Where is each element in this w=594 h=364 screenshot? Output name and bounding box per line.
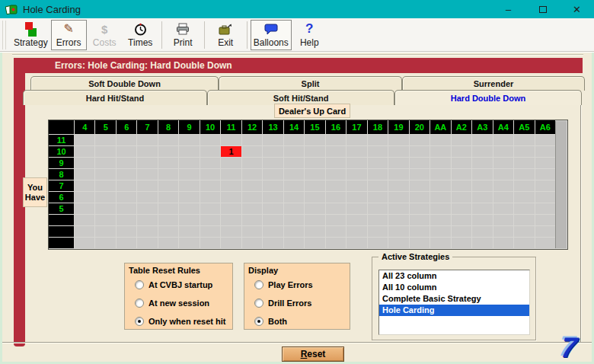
grid-cell xyxy=(95,180,115,191)
error-count-cell: 1 xyxy=(221,146,241,157)
tab-row-back: Soft Double Down Split Surrender xyxy=(30,76,585,91)
grid-cell xyxy=(452,238,471,248)
grid-cell xyxy=(200,180,220,191)
grid-gutter xyxy=(555,121,567,248)
dealer-card-column-header: A3 xyxy=(472,120,492,134)
grid-cell xyxy=(452,135,471,145)
tab-surrender[interactable]: Surrender xyxy=(402,76,585,91)
strategy-list-item[interactable]: Hole Carding xyxy=(379,305,529,316)
print-button[interactable]: Print xyxy=(165,20,201,50)
grid-cell xyxy=(346,158,366,168)
grid-cell xyxy=(368,180,388,191)
dealer-card-column-header: 7 xyxy=(137,120,157,134)
tab-soft-hit-stand[interactable]: Soft Hit/Stand xyxy=(207,90,394,105)
grid-cell xyxy=(75,203,94,214)
radio-option[interactable]: Play Errors xyxy=(254,279,350,289)
grid-cell xyxy=(242,169,262,180)
help-button[interactable]: ? Help xyxy=(292,20,327,50)
grid-cell xyxy=(117,146,136,157)
grid-cell xyxy=(221,135,241,145)
radio-option[interactable]: At new session xyxy=(135,298,232,308)
grid-cell xyxy=(430,180,450,191)
radio-option[interactable]: Both xyxy=(254,316,350,326)
grid-cell xyxy=(221,169,241,180)
strategy-list-item[interactable]: All 23 column xyxy=(379,270,529,282)
tab-split[interactable]: Split xyxy=(219,76,402,91)
grid-cell xyxy=(95,135,115,145)
radio-label: At CVBJ startup xyxy=(148,280,212,289)
grid-cell xyxy=(221,203,241,214)
reset-button[interactable]: Reset xyxy=(282,346,344,362)
radio-icon xyxy=(135,317,144,326)
tab-hard-double-down[interactable]: Hard Double Down xyxy=(394,90,582,105)
active-strategies-title: Active Strategies xyxy=(378,252,452,261)
minimize-button[interactable]: – xyxy=(491,0,525,18)
grid-cell xyxy=(158,215,178,225)
grid-cell xyxy=(493,146,513,157)
you-have-line2: Have xyxy=(25,193,45,203)
grid-cell xyxy=(179,203,199,214)
grid-cell xyxy=(284,215,304,225)
radio-option[interactable]: Drill Errors xyxy=(254,298,350,308)
grid-cell xyxy=(493,158,513,168)
maximize-button[interactable] xyxy=(525,0,560,18)
exit-icon xyxy=(219,22,232,37)
exit-button[interactable]: Exit xyxy=(208,20,244,50)
grid-cell xyxy=(221,226,241,237)
strategy-list-item[interactable]: Complete Basic Strategy xyxy=(379,293,529,305)
grid-cell xyxy=(200,203,220,214)
grid-cell xyxy=(179,146,199,157)
grid-cell xyxy=(117,215,136,225)
dealer-card-column-header: 9 xyxy=(179,120,199,134)
app-icon xyxy=(5,4,18,15)
grid-cell xyxy=(158,146,178,157)
grid-cell xyxy=(472,146,492,157)
grid-cell xyxy=(410,238,430,248)
table-reset-rules-group: Table Reset Rules At CVBJ startupAt new … xyxy=(124,263,233,330)
tab-hard-hit-stand[interactable]: Hard Hit/Stand xyxy=(23,90,207,105)
grid-cell xyxy=(346,146,366,157)
radio-icon xyxy=(254,280,263,289)
balloons-button[interactable]: Balloons xyxy=(251,20,292,50)
grid-cell xyxy=(535,238,555,248)
radio-option[interactable]: Only when reset hit xyxy=(135,316,232,326)
grid-cell xyxy=(368,215,388,225)
grid-cell xyxy=(263,203,283,214)
grid-cell xyxy=(410,215,430,225)
grid-cell xyxy=(472,192,492,203)
grid-cell xyxy=(221,238,241,248)
grid-cell xyxy=(326,146,346,157)
qfit-seven-logo: 7 xyxy=(560,334,578,362)
grid-cell xyxy=(117,238,136,248)
you-have-label: You Have xyxy=(23,177,47,207)
dealer-card-column-header: 10 xyxy=(200,120,220,134)
strategies-listbox[interactable]: All 23 columnAll 10 columnComplete Basic… xyxy=(378,270,530,335)
printer-icon xyxy=(176,22,190,37)
strategy-button[interactable]: Strategy xyxy=(11,20,51,50)
grid-cell xyxy=(305,180,324,191)
grid-cell xyxy=(95,158,115,168)
grid-cell xyxy=(200,158,220,168)
dealers-up-card-label: Dealer's Up Card xyxy=(274,104,350,118)
grid-cell xyxy=(137,135,157,145)
grid-cell xyxy=(430,158,450,168)
errors-button[interactable]: ✎ Errors xyxy=(51,20,87,50)
times-button[interactable]: Times xyxy=(123,20,158,50)
grid-cell xyxy=(284,158,304,168)
close-icon: ✕ xyxy=(573,4,581,15)
radio-option[interactable]: At CVBJ startup xyxy=(135,279,232,289)
grid-cell xyxy=(75,135,94,145)
grid-cell xyxy=(305,203,324,214)
close-button[interactable]: ✕ xyxy=(560,0,594,18)
tab-soft-double-down[interactable]: Soft Double Down xyxy=(30,76,219,91)
panel-side-bar xyxy=(14,73,25,346)
grid-cell xyxy=(117,158,136,168)
grid-cell xyxy=(430,146,450,157)
grid-cell xyxy=(200,238,220,248)
radio-label: Play Errors xyxy=(268,280,313,289)
dealer-card-column-header: 20 xyxy=(410,120,430,134)
dealer-card-column-header: 6 xyxy=(117,120,136,134)
strategy-list-item[interactable]: All 10 column xyxy=(379,282,529,293)
grid-cell xyxy=(326,169,346,180)
grid-cell xyxy=(535,146,555,157)
